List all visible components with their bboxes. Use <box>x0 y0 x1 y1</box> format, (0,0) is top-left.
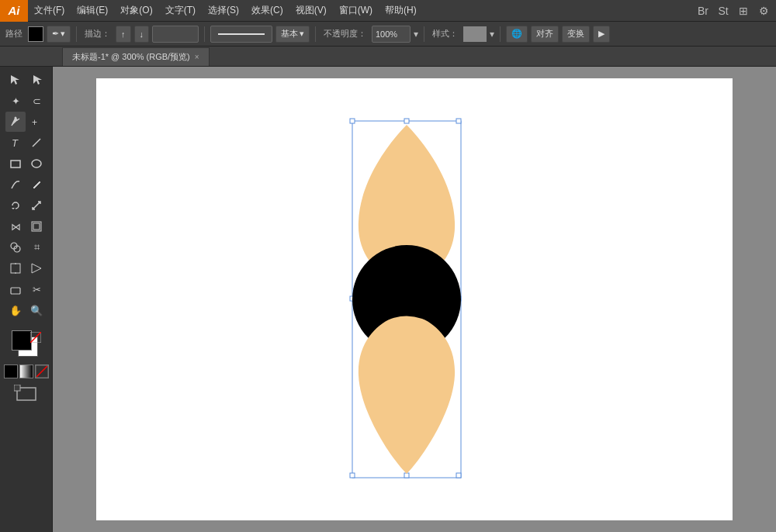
svg-marker-0 <box>11 75 19 85</box>
rectangle-tool[interactable] <box>5 154 26 174</box>
menu-view[interactable]: 视图(V) <box>289 0 333 21</box>
pen-dropdown: ▾ <box>61 29 65 39</box>
type-tool[interactable]: T <box>5 133 26 153</box>
eraser-tool[interactable] <box>5 279 26 299</box>
pencil-tool[interactable] <box>26 174 47 195</box>
stroke-label: 描边： <box>82 28 113 40</box>
pen-tool[interactable] <box>5 112 26 132</box>
menu-object[interactable]: 对象(O) <box>114 0 158 21</box>
tool-row-1 <box>5 70 47 90</box>
handle-br <box>456 473 461 478</box>
foreground-color-swatch[interactable] <box>12 330 32 351</box>
handle-tm <box>404 119 409 123</box>
align-btn[interactable]: 对齐 <box>531 26 559 43</box>
opacity-label: 不透明度： <box>321 28 369 40</box>
stroke-style-btn[interactable]: 基本 ▾ <box>275 26 310 43</box>
canvas-svg <box>96 78 733 520</box>
toolbox: ✦ ⊂ + T <box>0 67 53 532</box>
fill-swatch[interactable] <box>28 26 43 42</box>
web-btn[interactable]: 🌐 <box>506 26 528 43</box>
menu-help[interactable]: 帮助(H) <box>379 0 423 21</box>
divider-3 <box>315 26 316 42</box>
color-mode-buttons <box>4 364 49 378</box>
menu-select[interactable]: 选择(S) <box>202 0 245 21</box>
stroke-style-dropdown: ▾ <box>300 29 304 39</box>
stroke-value-input[interactable] <box>152 26 199 43</box>
transform-btn[interactable]: 变换 <box>562 26 590 43</box>
style-dropdown-icon[interactable]: ▾ <box>490 29 494 40</box>
tab-close-btn[interactable]: × <box>195 53 199 61</box>
menu-edit[interactable]: 编辑(E) <box>71 0 114 21</box>
svg-rect-23 <box>14 385 20 391</box>
line-tool[interactable] <box>26 133 47 153</box>
handle-bl <box>350 473 355 478</box>
divider-2 <box>204 26 205 42</box>
svg-marker-1 <box>33 75 42 85</box>
direct-selection-tool[interactable] <box>26 70 47 90</box>
menu-bar: Ai 文件(F) 编辑(E) 对象(O) 文字(T) 选择(S) 效果(C) 视… <box>0 0 776 22</box>
svg-rect-19 <box>20 365 33 378</box>
svg-rect-13 <box>11 264 20 273</box>
tool-row-7 <box>5 195 47 216</box>
path-label: 路径 <box>3 28 25 40</box>
main-area: ✦ ⊂ + T <box>0 67 776 532</box>
shape-builder-tool[interactable] <box>5 237 26 257</box>
stroke-line <box>218 33 265 35</box>
anchor-tool[interactable]: + <box>26 112 47 132</box>
color-area <box>1 327 52 409</box>
bridge-icon[interactable]: Br <box>695 3 711 19</box>
puppet-warp-tool[interactable]: ⋈ <box>5 216 26 237</box>
opacity-dropdown-icon[interactable]: ▾ <box>414 29 418 40</box>
live-paint-tool[interactable]: ⌗ <box>26 237 47 257</box>
search-icon[interactable]: ⚙ <box>756 3 771 19</box>
tool-row-3: + <box>5 112 47 132</box>
artboard-tool[interactable] <box>5 258 26 278</box>
handle-tl <box>350 119 355 123</box>
stroke-up-btn[interactable]: ↑ <box>116 26 131 43</box>
bottom-flame-shape[interactable] <box>359 316 455 475</box>
slice-tool[interactable] <box>26 258 47 278</box>
stock-icon[interactable]: St <box>715 3 731 19</box>
menu-file[interactable]: 文件(F) <box>28 0 71 21</box>
artboard[interactable] <box>96 78 733 520</box>
pen-icon: ✒ <box>52 29 59 39</box>
menu-type[interactable]: 文字(T) <box>159 0 202 21</box>
document-tab[interactable]: 未标题-1* @ 300% (RGB/预览) × <box>62 47 210 66</box>
opacity-input[interactable] <box>372 26 411 43</box>
pen-mode-btn[interactable]: ✒ ▾ <box>47 26 71 43</box>
zoom-tool[interactable]: 🔍 <box>26 300 47 320</box>
rotate-tool[interactable] <box>5 195 26 216</box>
scissors-tool[interactable]: ✂ <box>26 279 47 299</box>
tool-row-10 <box>5 258 47 278</box>
svg-marker-8 <box>12 208 15 209</box>
tool-row-8: ⋈ <box>5 216 47 237</box>
menu-window[interactable]: 窗口(W) <box>333 0 379 21</box>
selection-tool[interactable] <box>5 70 26 90</box>
gradient-btn[interactable] <box>19 364 33 378</box>
grid-icon[interactable]: ⊞ <box>736 3 751 19</box>
more-btn[interactable]: ▶ <box>593 26 610 43</box>
divider-5 <box>500 26 501 42</box>
style-swatch[interactable] <box>463 26 487 42</box>
svg-line-5 <box>33 139 40 147</box>
lasso-tool[interactable]: ⊂ <box>26 91 47 111</box>
none-btn[interactable] <box>35 364 49 378</box>
canvas-area[interactable] <box>53 67 776 532</box>
stroke-style-label: 基本 <box>281 28 298 40</box>
tool-row-4: T <box>5 133 47 153</box>
solid-color-btn[interactable] <box>4 364 18 378</box>
stroke-down-btn[interactable]: ↓ <box>134 26 150 43</box>
svg-rect-6 <box>11 161 20 168</box>
divider-4 <box>424 26 424 42</box>
style-label: 样式： <box>430 28 460 40</box>
menu-effect[interactable]: 效果(C) <box>245 0 289 21</box>
ellipse-tool[interactable] <box>26 154 47 174</box>
tool-row-12: ✋ 🔍 <box>5 300 47 320</box>
free-transform-tool[interactable] <box>26 216 47 237</box>
scale-tool[interactable] <box>26 195 47 216</box>
artboard-icon[interactable] <box>14 385 39 406</box>
paintbrush-tool[interactable] <box>5 174 26 195</box>
hand-tool[interactable]: ✋ <box>5 300 26 320</box>
tab-title: 未标题-1* @ 300% (RGB/预览) <box>72 51 190 63</box>
magic-wand-tool[interactable]: ✦ <box>5 91 26 111</box>
